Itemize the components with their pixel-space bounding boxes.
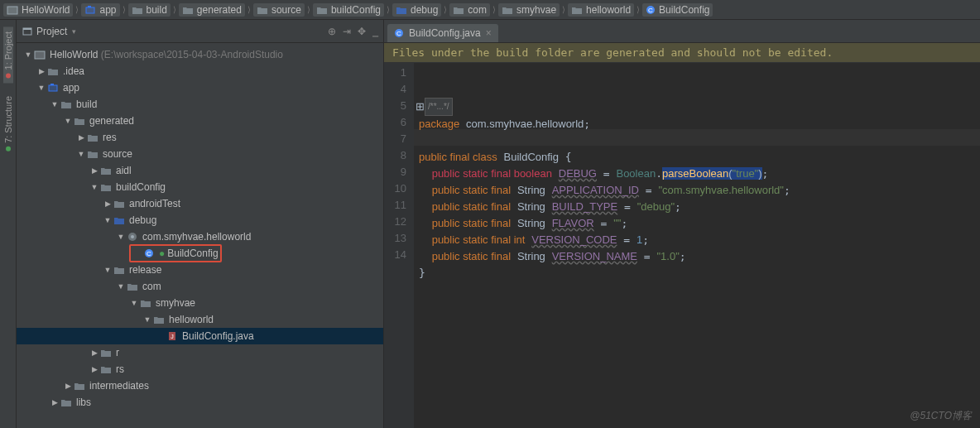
project-icon	[22, 26, 33, 37]
tree-row[interactable]: ▼build	[17, 96, 383, 113]
svg-rect-0	[7, 7, 17, 14]
project-tree[interactable]: ▼HelloWorld (E:\workspace\2015-04-03-And…	[17, 43, 383, 428]
svg-rect-8	[23, 28, 31, 30]
code-editor[interactable]: 14567891011121314 ⊞/**...*/ package com.…	[384, 63, 980, 428]
tree-row[interactable]: ▼HelloWorld (E:\workspace\2015-04-03-And…	[17, 46, 383, 63]
tree-row[interactable]: ▼release	[17, 262, 383, 278]
svg-rect-9	[35, 51, 45, 59]
tree-row[interactable]: ▼source	[17, 146, 383, 162]
editor-area: C BuildConfig.java × Files under the bui…	[384, 20, 980, 428]
breadcrumb-item[interactable]: HelloWorld	[3, 3, 73, 17]
panel-actions: ⊕ ⇥ ✥ ⎯	[328, 26, 378, 37]
project-panel: Project ▾ ⊕ ⇥ ✥ ⎯ ▼HelloWorld (E:\worksp…	[17, 20, 384, 428]
tree-row[interactable]: ▶res	[17, 129, 383, 146]
tree-row[interactable]: ▶r	[17, 344, 383, 361]
breadcrumb-item[interactable]: debug	[392, 3, 441, 17]
svg-text:C: C	[648, 7, 653, 14]
panel-title[interactable]: Project ▾	[22, 26, 76, 37]
svg-point-15	[131, 235, 134, 238]
tree-row[interactable]: ▼com	[17, 278, 383, 295]
panel-action-target[interactable]: ⊕	[328, 26, 336, 37]
svg-rect-2	[86, 7, 94, 13]
tree-row[interactable]: ▶aidl	[17, 162, 383, 179]
breadcrumb-item[interactable]: build	[128, 3, 171, 17]
panel-action-collapse[interactable]: ⇥	[343, 26, 351, 37]
close-icon[interactable]: ×	[486, 27, 492, 39]
watermark: @51CTO博客	[910, 409, 972, 423]
rail-tab[interactable]: 7: Structure	[3, 91, 13, 156]
tree-row[interactable]: ▶.idea	[17, 63, 383, 79]
tree-row[interactable]: ▶intermediates	[17, 378, 383, 394]
tree-row[interactable]: ▶libs	[17, 394, 383, 411]
breadcrumb-item[interactable]: generated	[179, 3, 245, 17]
breadcrumb-item[interactable]: CBuildConfig	[642, 3, 713, 17]
tree-row[interactable]: JBuildConfig.java	[17, 328, 383, 344]
breadcrumb: HelloWorld⟩app⟩build⟩generated⟩source⟩bu…	[0, 0, 980, 20]
svg-text:C: C	[396, 30, 401, 37]
line-gutter: 14567891011121314	[384, 63, 414, 428]
breadcrumb-item[interactable]: smyhvae	[498, 3, 560, 17]
breadcrumb-item[interactable]: buildConfig	[313, 3, 384, 17]
tool-rail: 1: Project7: Structure	[0, 20, 17, 428]
panel-title-text: Project	[36, 26, 67, 37]
project-panel-header: Project ▾ ⊕ ⇥ ✥ ⎯	[17, 20, 383, 43]
svg-rect-11	[49, 85, 57, 91]
panel-action-settings[interactable]: ✥	[358, 26, 366, 37]
tree-row[interactable]: ▶androidTest	[17, 195, 383, 212]
editor-tab-bar: C BuildConfig.java ×	[384, 20, 980, 43]
tree-row[interactable]: ▼helloworld	[17, 311, 383, 328]
tree-row[interactable]: ▼generated	[17, 113, 383, 129]
svg-text:J: J	[171, 334, 174, 339]
breadcrumb-item[interactable]: com	[449, 3, 490, 17]
editor-tab[interactable]: C BuildConfig.java ×	[387, 24, 498, 42]
svg-rect-4	[88, 6, 91, 7]
breadcrumb-item[interactable]: source	[253, 3, 305, 17]
tree-row[interactable]: ▶rs	[17, 361, 383, 378]
generated-files-banner: Files under the build folder are generat…	[384, 43, 980, 63]
tree-row[interactable]: ▼app	[17, 79, 383, 96]
tree-row[interactable]: ▼com.smyhvae.helloworld	[17, 228, 383, 245]
svg-rect-13	[50, 84, 54, 85]
java-class-icon: C	[394, 28, 404, 38]
rail-tab[interactable]: 1: Project	[3, 26, 13, 83]
tree-row[interactable]: ▼debug	[17, 212, 383, 228]
code-content[interactable]: ⊞/**...*/ package com.smyhvae.helloworld…	[414, 63, 980, 428]
tree-row[interactable]: ▼smyhvae	[17, 295, 383, 311]
svg-text:C: C	[147, 250, 151, 257]
tree-row[interactable]: ▼buildConfig	[17, 179, 383, 195]
tab-label: BuildConfig.java	[409, 27, 481, 39]
breadcrumb-item[interactable]: app	[81, 3, 119, 17]
breadcrumb-item[interactable]: helloworld	[568, 3, 634, 17]
panel-action-hide[interactable]: ⎯	[372, 26, 378, 37]
